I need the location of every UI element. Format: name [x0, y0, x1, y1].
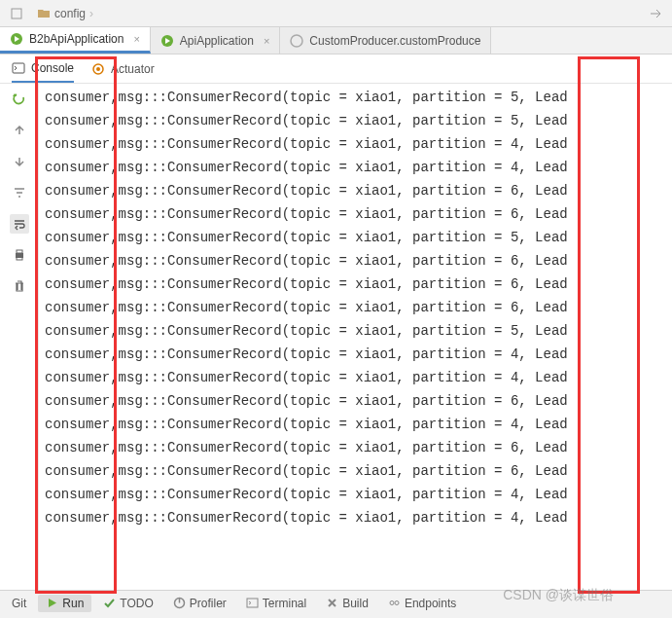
collapse-right-icon[interactable] [647, 5, 664, 22]
tab-label: ApiApplication [180, 34, 254, 48]
console-line: consumer,msg:::ConsumerRecord(topic = xi… [45, 296, 666, 319]
bottom-label: Git [12, 597, 26, 610]
arrow-up-icon[interactable] [10, 121, 29, 140]
bottom-label: Run [62, 597, 84, 610]
bottom-run[interactable]: Run [38, 595, 91, 612]
main-area: consumer,msg:::ConsumerRecord(topic = xi… [0, 84, 672, 590]
gutter [0, 84, 39, 590]
console-line: consumer,msg:::ConsumerRecord(topic = xi… [45, 506, 666, 529]
bottom-terminal[interactable]: Terminal [238, 595, 314, 612]
wrap-icon[interactable] [10, 214, 29, 234]
breadcrumb[interactable]: config › [37, 7, 93, 20]
filter-icon[interactable] [10, 183, 29, 202]
subtab-label: Actuator [111, 62, 155, 76]
bottom-label: TODO [120, 597, 153, 610]
bottom-endpoints[interactable]: Endpoints [380, 595, 464, 612]
console-icon [12, 61, 25, 75]
console-line: consumer,msg:::ConsumerRecord(topic = xi… [45, 156, 666, 179]
print-icon[interactable] [10, 245, 29, 265]
bottom-label: Terminal [263, 597, 306, 610]
folder-icon [37, 7, 51, 20]
collapse-icon[interactable] [8, 5, 25, 22]
top-toolbar: config › [0, 0, 672, 27]
subtab-console[interactable]: Console [12, 55, 74, 83]
rerun-icon[interactable] [10, 90, 29, 109]
console-line: consumer,msg:::ConsumerRecord(topic = xi… [45, 202, 666, 226]
run-tabs: B2bApiApplication × ApiApplication × Cus… [0, 27, 672, 55]
svg-rect-4 [13, 63, 24, 73]
tab-label: CustomProducer.customProduce [309, 34, 480, 48]
console-line: consumer,msg:::ConsumerRecord(topic = xi… [45, 343, 666, 366]
svg-point-6 [96, 67, 100, 71]
trash-icon[interactable] [10, 276, 29, 296]
console-line: consumer,msg:::ConsumerRecord(topic = xi… [45, 249, 666, 273]
console-line: consumer,msg:::ConsumerRecord(topic = xi… [45, 366, 666, 389]
svg-point-3 [291, 35, 302, 47]
terminal-icon [246, 597, 259, 609]
console-line: consumer,msg:::ConsumerRecord(topic = xi… [45, 109, 666, 132]
profiler-icon [173, 597, 186, 609]
subtab-actuator[interactable]: Actuator [91, 55, 155, 83]
svg-rect-11 [247, 599, 258, 607]
svg-rect-0 [12, 9, 21, 18]
svg-rect-8 [17, 250, 22, 253]
close-icon[interactable]: × [133, 33, 139, 45]
console-line: consumer,msg:::ConsumerRecord(topic = xi… [45, 132, 666, 156]
bottom-git[interactable]: Git [4, 595, 34, 612]
spring-icon [160, 34, 174, 48]
bottom-label: Profiler [190, 597, 227, 610]
bottom-profiler[interactable]: Profiler [165, 595, 234, 612]
tab-label: B2bApiApplication [29, 32, 124, 46]
svg-point-13 [395, 601, 399, 605]
console-line: consumer,msg:::ConsumerRecord(topic = xi… [45, 459, 666, 483]
bottom-build[interactable]: Build [318, 595, 376, 612]
chevron-right-icon: › [89, 7, 93, 20]
console-output[interactable]: consumer,msg:::ConsumerRecord(topic = xi… [39, 84, 672, 590]
svg-rect-9 [17, 257, 22, 260]
arrow-down-icon[interactable] [10, 152, 29, 171]
bottom-label: Build [342, 597, 369, 610]
run-icon [46, 597, 58, 609]
console-line: consumer,msg:::ConsumerRecord(topic = xi… [45, 436, 666, 459]
actuator-icon [91, 62, 105, 76]
console-line: consumer,msg:::ConsumerRecord(topic = xi… [45, 319, 666, 343]
tab-customproducer[interactable]: CustomProducer.customProduce [280, 27, 491, 54]
console-line: consumer,msg:::ConsumerRecord(topic = xi… [45, 413, 666, 436]
spring-icon [10, 32, 23, 46]
todo-icon [103, 597, 116, 609]
tab-b2bapi[interactable]: B2bApiApplication × [0, 27, 151, 54]
watermark: CSDN @谈谋世俗 [503, 587, 614, 604]
tab-apiapp[interactable]: ApiApplication × [151, 27, 281, 54]
subtab-label: Console [31, 61, 74, 75]
console-line: consumer,msg:::ConsumerRecord(topic = xi… [45, 483, 666, 506]
close-icon[interactable]: × [264, 35, 269, 47]
method-icon [290, 34, 303, 48]
bottom-todo[interactable]: TODO [95, 595, 160, 612]
endpoints-icon [388, 597, 401, 609]
svg-point-12 [390, 601, 394, 605]
bottom-label: Endpoints [405, 597, 456, 610]
sub-tabs: Console Actuator [0, 55, 672, 84]
console-line: consumer,msg:::ConsumerRecord(topic = xi… [45, 389, 666, 413]
console-line: consumer,msg:::ConsumerRecord(topic = xi… [45, 179, 666, 202]
build-icon [326, 597, 338, 609]
breadcrumb-label: config [54, 7, 86, 20]
console-line: consumer,msg:::ConsumerRecord(topic = xi… [45, 273, 666, 296]
console-line: consumer,msg:::ConsumerRecord(topic = xi… [45, 226, 666, 249]
console-line: consumer,msg:::ConsumerRecord(topic = xi… [45, 86, 666, 109]
